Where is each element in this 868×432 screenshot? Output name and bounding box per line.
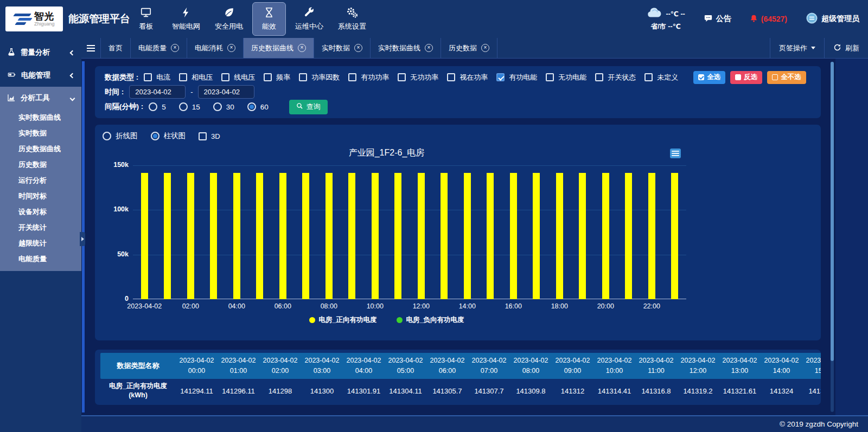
tab-close-icon[interactable]: × xyxy=(298,44,306,52)
checkbox-label: 有功电能 xyxy=(509,73,537,82)
query-label: 查询 xyxy=(307,102,321,112)
tab-realtime-data[interactable]: 实时数据× xyxy=(314,38,371,58)
checkbox-current[interactable]: 电流 xyxy=(144,73,170,82)
tab-label: 历史数据曲线 xyxy=(251,43,293,53)
checkbox-icon xyxy=(348,73,356,81)
tab-label: 实时数据 xyxy=(322,43,350,53)
bar-slot xyxy=(640,173,663,299)
tab-menu-button[interactable] xyxy=(81,38,101,58)
tab-close-icon[interactable]: × xyxy=(354,44,362,52)
nav-item-dashboard[interactable]: 看板 xyxy=(129,2,163,36)
threed-label: 3D xyxy=(211,132,220,140)
interval-radio-60[interactable]: 60 xyxy=(247,102,269,111)
sidebar-item-realtime-data-curve[interactable]: 实时数据曲线 xyxy=(0,109,81,125)
interval-radio-label: 15 xyxy=(192,103,200,111)
chart-toolbox-icon[interactable] xyxy=(670,149,681,158)
weather-temp: --℃ -- xyxy=(666,9,685,19)
sidebar-item-history-data-curve[interactable]: 历史数据曲线 xyxy=(0,141,81,157)
tab-realtime-data-curve[interactable]: 实时数据曲线× xyxy=(371,38,441,58)
sidebar-collapse-handle[interactable] xyxy=(80,232,85,246)
interval-radio-15[interactable]: 15 xyxy=(179,102,200,111)
checkbox-checked-icon xyxy=(496,73,505,81)
sidebar-item-energy-management[interactable]: 电能管理 xyxy=(0,64,81,87)
tab-history-data[interactable]: 历史数据× xyxy=(441,38,497,58)
sidebar-item-limit-exceed-stats[interactable]: 越限统计 xyxy=(0,235,81,251)
bar-slot xyxy=(663,173,687,299)
sidebar-item-analysis-tools[interactable]: 分析工具 xyxy=(0,87,81,109)
checkbox-reactive-energy[interactable]: 无功电能 xyxy=(546,73,586,82)
x-axis-tick-label: 12:00 xyxy=(413,302,430,310)
invert-selection-button[interactable]: 反选 xyxy=(730,71,762,84)
checkbox-active-energy[interactable]: 有功电能 xyxy=(496,73,537,82)
checkbox-switch-status[interactable]: 开关状态 xyxy=(595,73,636,82)
alarm-button[interactable]: (64527) xyxy=(750,14,787,24)
bar-slot xyxy=(502,173,525,299)
tab-label: 电能质量 xyxy=(138,43,167,53)
sidebar-item-power-quality[interactable]: 电能质量 xyxy=(0,251,81,267)
table-header-cell: 2023-04-0203:00 xyxy=(301,356,343,377)
query-button[interactable]: 查询 xyxy=(289,100,328,114)
nav-item-system-settings[interactable]: 系统设置 xyxy=(333,2,372,36)
checkbox-reactive-power[interactable]: 无功功率 xyxy=(398,73,438,82)
announcement-button[interactable]: 公告 xyxy=(704,14,731,24)
interval-row: 间隔(分钟) : 5153060 查询 xyxy=(105,100,811,114)
nav-item-safe-power[interactable]: 安全用电 xyxy=(209,2,248,36)
tab-power-quality[interactable]: 电能质量× xyxy=(131,38,187,58)
chevron-left-icon xyxy=(70,50,75,55)
tab-energy-consumption[interactable]: 电能消耗× xyxy=(187,38,244,58)
sidebar-item-realtime-data[interactable]: 实时数据 xyxy=(0,125,81,141)
checkbox-phase-voltage[interactable]: 相电压 xyxy=(179,73,213,82)
interval-radio-5[interactable]: 5 xyxy=(149,102,166,111)
checkbox-undefined[interactable]: 未定义 xyxy=(644,73,678,82)
checkbox-icon xyxy=(644,73,653,81)
bar xyxy=(372,173,379,299)
checkbox-active-power[interactable]: 有功功率 xyxy=(348,73,389,82)
tab-history-data-curve[interactable]: 历史数据曲线× xyxy=(244,38,314,58)
line-chart-radio[interactable]: 折线图 xyxy=(103,131,138,141)
scrollbar-track[interactable] xyxy=(831,62,834,412)
line-chart-label: 折线图 xyxy=(116,131,138,141)
tab-home[interactable]: 首页 xyxy=(101,38,131,58)
x-axis-tick-label: 08:00 xyxy=(321,302,337,310)
sidebar-item-demand-analysis[interactable]: 需量分析 xyxy=(0,41,81,64)
user-menu[interactable]: 超级管理员 xyxy=(806,12,859,26)
tab-close-icon[interactable]: × xyxy=(227,44,235,52)
bar xyxy=(141,173,148,299)
legend-item-reverse-energy[interactable]: 电房_负向有功电度 xyxy=(397,315,464,325)
date-from-input[interactable] xyxy=(129,85,186,99)
bar-slot xyxy=(271,173,295,299)
bar-chart-radio[interactable]: 柱状图 xyxy=(151,131,186,141)
threed-checkbox[interactable]: 3D xyxy=(199,132,220,140)
refresh-button[interactable]: 刷新 xyxy=(824,38,868,58)
scrollbar-thumb[interactable] xyxy=(831,62,834,361)
interval-radio-30[interactable]: 30 xyxy=(213,102,234,111)
checkbox-label: 有功功率 xyxy=(361,73,389,82)
sidebar-item-operation-analysis[interactable]: 运行分析 xyxy=(0,172,81,188)
sidebar-item-time-benchmark[interactable]: 时间对标 xyxy=(0,188,81,204)
checkbox-line-voltage[interactable]: 线电压 xyxy=(221,73,255,82)
select-all-button[interactable]: 全选 xyxy=(693,71,725,84)
tab-close-icon[interactable]: × xyxy=(481,44,489,52)
nav-item-label: 智能电网 xyxy=(172,22,200,31)
tab-close-icon[interactable]: × xyxy=(171,44,179,52)
area-chart-icon xyxy=(7,93,16,104)
sidebar-item-device-benchmark[interactable]: 设备对标 xyxy=(0,204,81,220)
bar-slot xyxy=(202,173,226,299)
checkbox-frequency[interactable]: 频率 xyxy=(264,73,290,82)
nav-item-energy-efficiency[interactable]: 能效 xyxy=(252,2,286,36)
checkbox-apparent-power[interactable]: 视在功率 xyxy=(447,73,488,82)
tab-operations-dropdown[interactable]: 页签操作 xyxy=(770,38,824,58)
select-none-button[interactable]: 全不选 xyxy=(767,71,806,84)
interval-label: 间隔(分钟) : xyxy=(105,102,143,112)
legend-item-forward-energy[interactable]: 电房_正向有功电度 xyxy=(309,315,377,325)
checkbox-power-factor[interactable]: 功率因数 xyxy=(299,73,340,82)
sidebar-item-switch-stats[interactable]: 开关统计 xyxy=(0,220,81,235)
battery-icon xyxy=(7,70,16,80)
date-to-input[interactable] xyxy=(198,85,254,99)
nav-item-smart-grid[interactable]: 智能电网 xyxy=(167,2,206,36)
nav-item-ops-center[interactable]: 运维中心 xyxy=(290,2,329,36)
sidebar-item-history-data[interactable]: 历史数据 xyxy=(0,157,81,172)
tab-close-icon[interactable]: × xyxy=(425,44,433,52)
bar xyxy=(556,173,563,299)
monitor-icon xyxy=(140,7,152,18)
